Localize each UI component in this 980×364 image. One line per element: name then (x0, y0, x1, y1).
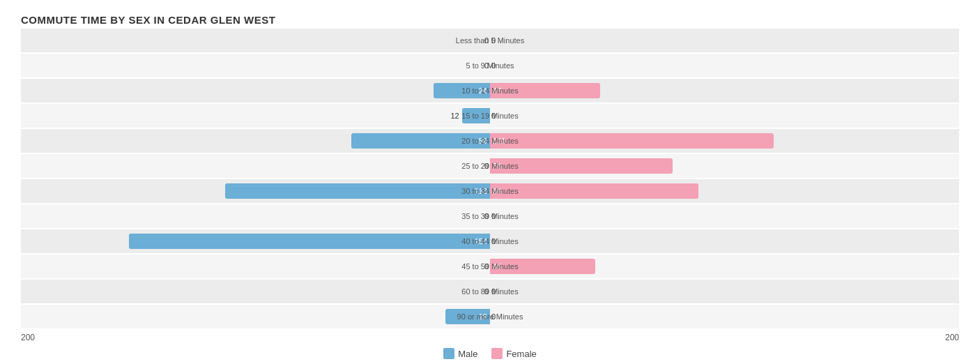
row-label: 30 to 34 Minutes (461, 187, 518, 195)
chart-row: 12 15 to 19 Minutes 0 (21, 104, 959, 128)
row-label: 90 or more Minutes (457, 312, 523, 321)
male-bar (129, 234, 490, 249)
chart-row: 0 25 to 29 Minutes 78 (21, 154, 959, 178)
male-value: 12 (450, 112, 459, 120)
legend-male: Male (443, 348, 477, 359)
row-label: 45 to 59 Minutes (461, 262, 518, 271)
chart-row: 0 35 to 39 Minutes 0 (21, 204, 959, 228)
legend: Male Female (21, 348, 959, 359)
axis-right: 200 (945, 333, 959, 342)
row-label: 35 to 39 Minutes (461, 212, 518, 220)
axis-row: 200 200 (21, 333, 959, 342)
row-label: Less than 5 Minutes (456, 36, 524, 45)
chart-row: 19 90 or more Minutes 0 (21, 305, 959, 328)
row-label: 40 to 44 Minutes (461, 237, 518, 245)
row-label: 5 to 9 Minutes (466, 61, 514, 70)
chart-row: 113 30 to 34 Minutes 89 (21, 179, 959, 203)
legend-female: Female (491, 348, 536, 359)
legend-female-box (491, 348, 503, 359)
female-bar (490, 183, 698, 199)
chart-row: 0 45 to 59 Minutes 45 (21, 255, 959, 278)
chart-title: COMMUTE TIME BY SEX IN CEDAR GLEN WEST (21, 14, 959, 26)
row-label: 15 to 19 Minutes (461, 112, 518, 120)
legend-male-box (443, 348, 454, 359)
chart-row: 59 20 to 24 Minutes 121 (21, 129, 959, 153)
row-label: 10 to 14 Minutes (461, 86, 518, 95)
chart-row: 0 Less than 5 Minutes 0 (21, 29, 959, 52)
row-label: 20 to 24 Minutes (461, 137, 518, 145)
legend-female-label: Female (506, 349, 536, 359)
axis-left: 200 (21, 333, 35, 342)
chart-row: 154 40 to 44 Minutes 0 (21, 229, 959, 253)
chart-area: 0 Less than 5 Minutes 0 0 5 to 9 Minutes… (21, 29, 959, 359)
chart-row: 0 5 to 9 Minutes 0 (21, 54, 959, 77)
legend-male-label: Male (458, 349, 477, 359)
row-label: 60 to 89 Minutes (461, 287, 518, 296)
male-bar (225, 183, 490, 199)
chart-row: 0 60 to 89 Minutes 0 (21, 280, 959, 303)
row-label: 25 to 29 Minutes (461, 162, 518, 170)
rows-container: 0 Less than 5 Minutes 0 0 5 to 9 Minutes… (21, 29, 959, 328)
chart-row: 24 10 to 14 Minutes 47 (21, 79, 959, 103)
female-bar (490, 133, 774, 149)
